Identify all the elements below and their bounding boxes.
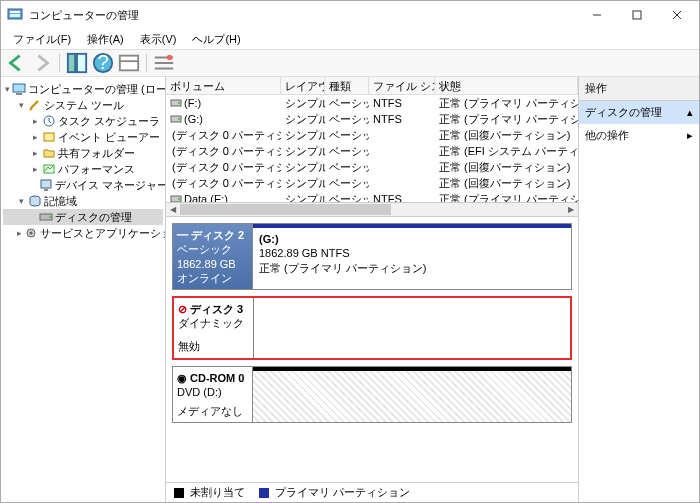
menu-action[interactable]: 操作(A): [81, 30, 130, 49]
refresh-button[interactable]: [118, 52, 140, 74]
table-header[interactable]: ボリューム レイアウト 種類 ファイル システム 状態: [166, 77, 578, 95]
disk-3-partition-empty[interactable]: [254, 298, 570, 358]
tree-task[interactable]: ▸ タスク スケジューラ: [3, 113, 163, 129]
disk-3-row[interactable]: ⊘ ディスク 3 ダイナミック 無効: [172, 296, 572, 360]
swatch-primary: [259, 488, 269, 498]
disk-2-partition-g[interactable]: (G:) 1862.89 GB NTFS 正常 (プライマリ パーティション): [253, 224, 571, 289]
cell-type: ベーシック: [325, 144, 369, 159]
volume-table[interactable]: ボリューム レイアウト 種類 ファイル システム 状態 (F:)シンプルベーシッ…: [166, 77, 578, 217]
action-other[interactable]: 他の操作 ▸: [579, 124, 699, 147]
tree-systools[interactable]: ▾ システム ツール: [3, 97, 163, 113]
tree-storage[interactable]: ▾ 記憶域: [3, 193, 163, 209]
svg-point-25: [30, 232, 33, 235]
cell-type: ベーシック: [325, 112, 369, 127]
svg-point-29: [178, 118, 180, 120]
col-type[interactable]: 種類: [325, 77, 369, 94]
svg-rect-15: [16, 93, 22, 95]
chevron-right-icon[interactable]: ▸: [31, 149, 40, 158]
menu-file[interactable]: ファイル(F): [7, 30, 77, 49]
app-icon: [7, 7, 23, 23]
table-row[interactable]: (F:)シンプルベーシックNTFS正常 (プライマリ パーティション): [166, 95, 578, 111]
legend-primary: プライマリ パーティション: [275, 485, 410, 500]
part-status: 正常 (プライマリ パーティション): [259, 261, 565, 275]
chevron-right-icon[interactable]: ▸: [31, 165, 40, 174]
cell-volume: (ディスク 0 パーティション 2): [166, 144, 281, 159]
tree-label: イベント ビューアー: [58, 130, 160, 145]
close-button[interactable]: [657, 2, 697, 28]
table-row[interactable]: (ディスク 0 パーティション 5)シンプルベーシック正常 (回復パーティション…: [166, 159, 578, 175]
disk-2-info[interactable]: ━ ディスク 2 ベーシック 1862.89 GB オンライン: [173, 224, 253, 289]
tree-shared[interactable]: ▸ 共有フォルダー: [3, 145, 163, 161]
cdrom-title: CD-ROM 0: [190, 372, 244, 384]
scrollbar-thumb[interactable]: [180, 204, 391, 215]
chevron-down-icon[interactable]: ▾: [5, 85, 10, 94]
svg-rect-2: [10, 14, 20, 17]
show-hide-tree-button[interactable]: [66, 52, 88, 74]
cdrom-info[interactable]: ◉ CD-ROM 0 DVD (D:) メディアなし: [173, 367, 253, 422]
chevron-right-icon[interactable]: ▸: [31, 133, 40, 142]
disk-2-row[interactable]: ━ ディスク 2 ベーシック 1862.89 GB オンライン (G:) 186…: [172, 223, 572, 290]
table-row[interactable]: (G:)シンプルベーシックNTFS正常 (プライマリ パーティション): [166, 111, 578, 127]
cell-type: ベーシック: [325, 128, 369, 143]
svg-rect-8: [77, 54, 86, 72]
chevron-right-icon: ▸: [687, 129, 693, 142]
disk-graphical-view[interactable]: ━ ディスク 2 ベーシック 1862.89 GB オンライン (G:) 186…: [166, 217, 578, 502]
chevron-down-icon[interactable]: ▾: [17, 101, 26, 110]
svg-text:?: ?: [97, 52, 108, 73]
cell-type: ベーシック: [325, 96, 369, 111]
cell-status: 正常 (回復パーティション): [435, 176, 578, 191]
tree-perf[interactable]: ▸ パフォーマンス: [3, 161, 163, 177]
svg-point-23: [49, 216, 51, 218]
tree-label: システム ツール: [44, 98, 124, 113]
tree-label: デバイス マネージャー: [55, 178, 166, 193]
cell-volume: (F:): [166, 97, 281, 109]
tree-devmgr[interactable]: デバイス マネージャー: [3, 177, 163, 193]
scroll-right-icon[interactable]: ▶: [564, 203, 578, 216]
cdrom-partition[interactable]: [253, 367, 571, 422]
svg-rect-1: [10, 11, 20, 13]
help-button[interactable]: ?: [92, 52, 114, 74]
table-row[interactable]: (ディスク 0 パーティション 7)シンプルベーシック正常 (回復パーティション…: [166, 175, 578, 191]
col-fs[interactable]: ファイル システム: [369, 77, 435, 94]
scroll-left-icon[interactable]: ◀: [166, 203, 180, 216]
computer-icon: [12, 82, 26, 96]
tree-event[interactable]: ▸ イベント ビューアー: [3, 129, 163, 145]
chevron-right-icon[interactable]: ▸: [17, 229, 22, 238]
scrollbar-track[interactable]: [180, 203, 564, 216]
action-disk-management[interactable]: ディスクの管理 ▴: [579, 101, 699, 124]
col-status[interactable]: 状態: [435, 77, 578, 94]
cell-layout: シンプル: [281, 96, 325, 111]
table-row[interactable]: (ディスク 0 パーティション 2)シンプルベーシック正常 (EFI システム …: [166, 143, 578, 159]
tree-services[interactable]: ▸ サービスとアプリケーション: [3, 225, 163, 241]
disk-3-info[interactable]: ⊘ ディスク 3 ダイナミック 無効: [174, 298, 254, 358]
maximize-button[interactable]: [617, 2, 657, 28]
cell-fs: NTFS: [369, 113, 435, 125]
cell-layout: シンプル: [281, 128, 325, 143]
table-row[interactable]: (ディスク 0 パーティション 1)シンプルベーシック正常 (回復パーティション…: [166, 127, 578, 143]
cell-fs: NTFS: [369, 97, 435, 109]
forward-button[interactable]: [31, 52, 53, 74]
menu-view[interactable]: 表示(V): [134, 30, 183, 49]
clock-icon: [42, 114, 56, 128]
tree-root[interactable]: ▾ コンピューターの管理 (ローカル): [3, 81, 163, 97]
col-volume[interactable]: ボリューム: [166, 77, 281, 94]
col-layout[interactable]: レイアウト: [281, 77, 325, 94]
separator: [59, 54, 60, 72]
tree-label: ディスクの管理: [55, 210, 132, 225]
swatch-unallocated: [174, 488, 184, 498]
tree-diskmgr[interactable]: ディスクの管理: [3, 209, 163, 225]
disk3-title: ディスク 3: [190, 303, 243, 315]
cell-volume: (ディスク 0 パーティション 1): [166, 128, 281, 143]
chevron-down-icon[interactable]: ▾: [17, 197, 26, 206]
cdrom-dvd: DVD (D:): [177, 385, 248, 399]
menu-help[interactable]: ヘルプ(H): [186, 30, 246, 49]
cdrom-row[interactable]: ◉ CD-ROM 0 DVD (D:) メディアなし: [172, 366, 572, 423]
svg-rect-4: [633, 11, 641, 19]
horizontal-scrollbar[interactable]: ◀ ▶: [166, 202, 578, 216]
nav-tree[interactable]: ▾ コンピューターの管理 (ローカル) ▾ システム ツール ▸ タスク スケジ…: [1, 77, 166, 502]
back-button[interactable]: [5, 52, 27, 74]
settings-button[interactable]: [153, 52, 175, 74]
chevron-right-icon[interactable]: ▸: [31, 117, 40, 126]
minimize-button[interactable]: [577, 2, 617, 28]
services-icon: [24, 226, 38, 240]
